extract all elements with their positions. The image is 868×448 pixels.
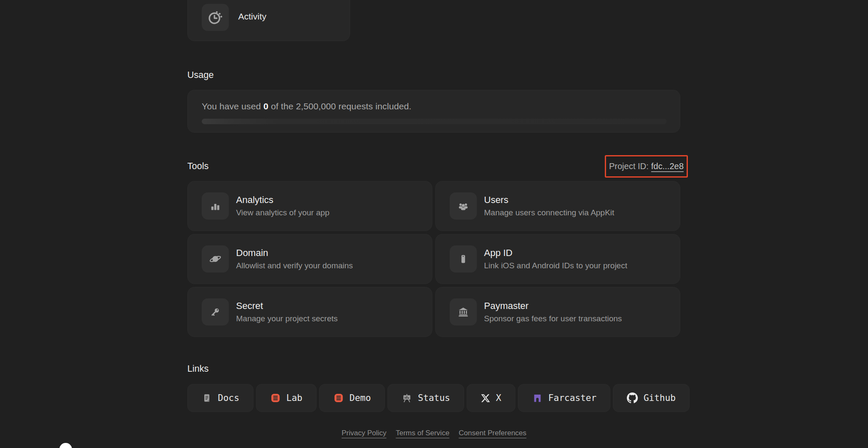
users-icon-tile	[450, 192, 477, 220]
link-button-github[interactable]: Github	[613, 384, 690, 412]
usage-heading: Usage	[187, 70, 214, 81]
tool-description: Manage users connecting via AppKit	[484, 208, 614, 217]
activity-card[interactable]: Activity	[187, 0, 350, 41]
bank-icon	[457, 306, 470, 318]
tool-description: Sponsor gas fees for user transactions	[484, 314, 622, 323]
farcaster-icon	[532, 392, 543, 403]
app-id-icon-tile	[450, 245, 477, 273]
link-button-status[interactable]: Status	[387, 384, 464, 412]
planet-icon	[209, 252, 222, 266]
document-icon	[201, 392, 212, 403]
footer-link-consent-preferences[interactable]: Consent Preferences	[459, 429, 526, 437]
tool-title: Users	[484, 195, 614, 206]
key-icon	[209, 306, 222, 318]
usage-text-prefix: You have used	[202, 101, 263, 111]
tool-card-users[interactable]: Users Manage users connecting via AppKit	[435, 181, 680, 231]
link-label: Status	[418, 393, 450, 403]
secret-icon-tile	[202, 298, 229, 326]
usage-card: You have used 0 of the 2,500,000 request…	[187, 90, 680, 133]
tool-card-analytics[interactable]: Analytics View analytics of your app	[187, 181, 432, 231]
domain-icon-tile	[202, 245, 229, 273]
links-heading: Links	[187, 364, 209, 374]
x-logo-icon	[481, 393, 490, 403]
usage-used-value: 0	[263, 101, 268, 111]
link-button-lab[interactable]: Lab	[256, 384, 317, 412]
tool-title: Domain	[236, 248, 353, 259]
link-label: Demo	[350, 393, 371, 403]
link-button-demo[interactable]: Demo	[319, 384, 385, 412]
mobile-icon	[457, 253, 470, 265]
link-button-docs[interactable]: Docs	[187, 384, 253, 412]
tool-card-secret[interactable]: Secret Manage your project secrets	[187, 287, 432, 337]
tools-grid: Analytics View analytics of your app Use…	[187, 181, 680, 337]
users-icon	[457, 200, 470, 212]
link-label: Docs	[218, 393, 239, 403]
activity-icon-tile	[202, 4, 229, 31]
usage-progress-bar	[202, 119, 667, 124]
demo-icon	[333, 392, 344, 403]
link-label: X	[496, 393, 501, 403]
github-icon	[627, 392, 638, 403]
bar-chart-icon	[209, 200, 222, 212]
timer-icon	[207, 9, 224, 26]
tool-card-domain[interactable]: Domain Allowlist and verify your domains	[187, 234, 432, 284]
usage-text: You have used 0 of the 2,500,000 request…	[202, 101, 666, 111]
project-id-value[interactable]: fdc...2e8	[651, 161, 684, 171]
link-label: Farcaster	[548, 393, 597, 403]
tool-description: Allowlist and verify your domains	[236, 261, 353, 270]
usage-text-suffix: of the 2,500,000 requests included.	[268, 101, 412, 111]
tool-title: Analytics	[236, 195, 329, 206]
link-button-x[interactable]: X	[467, 384, 515, 412]
tool-description: Manage your project secrets	[236, 314, 338, 323]
link-button-farcaster[interactable]: Farcaster	[518, 384, 611, 412]
tools-heading: Tools	[187, 161, 209, 172]
link-label: Github	[643, 393, 676, 403]
footer-link-privacy-policy[interactable]: Privacy Policy	[342, 429, 387, 437]
tool-card-paymaster[interactable]: Paymaster Sponsor gas fees for user tran…	[435, 287, 680, 337]
project-id-box[interactable]: Project ID: fdc...2e8	[605, 155, 688, 178]
project-id-label: Project ID:	[609, 161, 648, 171]
activity-label: Activity	[238, 11, 267, 22]
footer-link-terms-of-service[interactable]: Terms of Service	[396, 429, 450, 437]
analytics-icon-tile	[202, 192, 229, 220]
tool-card-app-id[interactable]: App ID Link iOS and Android IDs to your …	[435, 234, 680, 284]
links-row: Docs Lab Demo	[187, 384, 690, 412]
tool-description: Link iOS and Android IDs to your project	[484, 261, 627, 270]
lab-icon	[270, 392, 281, 403]
tool-description: View analytics of your app	[236, 208, 329, 217]
chat-widget-button[interactable]	[59, 443, 72, 448]
tool-title: Secret	[236, 301, 338, 312]
content-column: Activity Usage You have used 0 of the 2,…	[187, 0, 680, 448]
status-board-icon	[401, 392, 412, 403]
link-label: Lab	[287, 393, 303, 403]
tool-title: Paymaster	[484, 301, 622, 312]
footer: Privacy Policy Terms of Service Consent …	[0, 429, 868, 437]
tool-title: App ID	[484, 248, 627, 259]
paymaster-icon-tile	[450, 298, 477, 326]
dashboard-page: Activity Usage You have used 0 of the 2,…	[0, 0, 868, 448]
